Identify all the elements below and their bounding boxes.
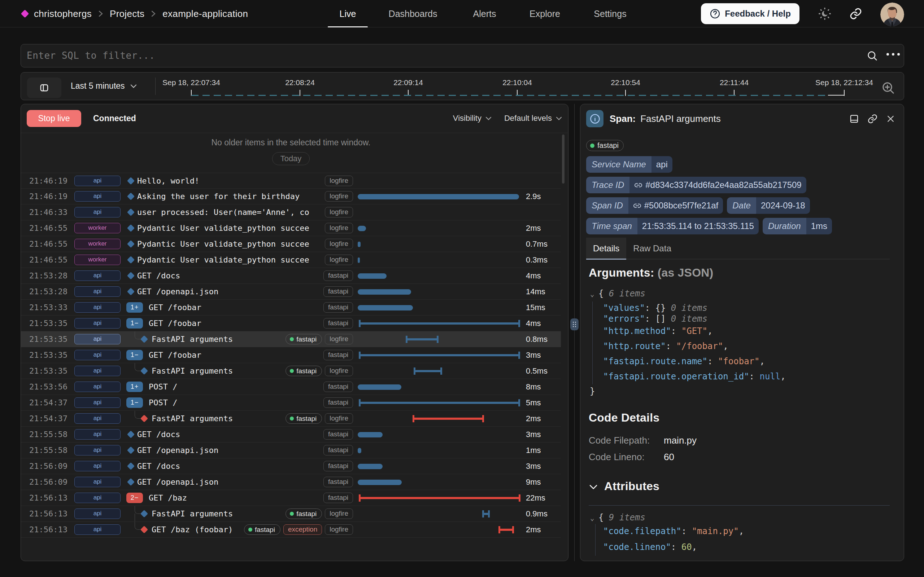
nav-tab-live[interactable]: Live xyxy=(328,0,368,27)
log-row[interactable]: 21:46:33apiuser processed: User(name='An… xyxy=(21,205,561,220)
avatar[interactable] xyxy=(880,3,904,26)
logfire-badge[interactable]: logfire xyxy=(325,366,353,376)
default-levels-menu[interactable]: Default levels xyxy=(504,114,562,123)
service-tag-api[interactable]: api xyxy=(74,477,121,487)
logfire-logo-icon[interactable] xyxy=(21,10,29,18)
span-tab-details[interactable]: Details xyxy=(586,238,626,259)
logfire-badge[interactable]: logfire xyxy=(325,334,353,344)
fastapi-badge[interactable]: fastapi xyxy=(323,445,353,456)
service-tag-api[interactable]: api xyxy=(74,413,121,424)
log-row[interactable]: 21:53:56api1+POST /fastapi8ms xyxy=(21,379,561,395)
fastapi-badge[interactable]: fastapi xyxy=(286,508,322,519)
service-tag-api[interactable]: api xyxy=(74,286,121,297)
nav-tab-explore[interactable]: Explore xyxy=(519,0,571,27)
search-icon[interactable] xyxy=(866,50,879,62)
service-tag-api[interactable]: api xyxy=(74,302,121,313)
log-row[interactable]: 21:53:28apiGET /docsfastapi4ms xyxy=(21,268,561,284)
children-count-chip[interactable]: 2− xyxy=(126,493,143,503)
logfire-badge[interactable]: logfire xyxy=(325,413,353,424)
service-tag-api[interactable]: api xyxy=(74,366,121,376)
fastapi-badge[interactable]: fastapi xyxy=(244,524,281,535)
logfire-badge[interactable]: logfire xyxy=(325,508,353,519)
service-tag-api[interactable]: api xyxy=(74,207,121,218)
children-count-chip[interactable]: 1− xyxy=(126,350,143,360)
log-row[interactable]: 21:56:13apiGET /baz (foobar)fastapiexcep… xyxy=(21,522,561,538)
fastapi-badge[interactable]: fastapi xyxy=(323,318,353,329)
fastapi-badge[interactable]: fastapi xyxy=(323,493,353,503)
fastapi-badge[interactable]: fastapi xyxy=(286,413,322,424)
span-tab-raw-data[interactable]: Raw Data xyxy=(626,238,678,259)
log-row[interactable]: 21:46:19apiAsking the user for their bir… xyxy=(21,189,561,205)
log-row[interactable]: 21:54:37apiFastAPI argumentsfastapilogfi… xyxy=(21,411,561,427)
log-row[interactable]: 21:53:33api1+GET /foobarfastapi15ms xyxy=(21,300,561,316)
service-tag-api[interactable]: api xyxy=(74,191,121,201)
service-tag-api[interactable]: api xyxy=(74,429,121,440)
logfire-badge[interactable]: logfire xyxy=(325,176,353,186)
service-tag-api[interactable]: api xyxy=(74,176,121,186)
logfire-badge[interactable]: logfire xyxy=(325,524,353,535)
fastapi-badge[interactable]: fastapi xyxy=(323,271,353,281)
sql-filter-input[interactable]: Enter SQL to filter... xyxy=(21,44,904,68)
log-row[interactable]: 21:46:55workerPydantic User validate_pyt… xyxy=(21,220,561,236)
dock-panel-icon[interactable] xyxy=(849,114,859,124)
fastapi-badge[interactable]: fastapi xyxy=(286,366,322,376)
log-row[interactable]: 21:54:37api1−POST /fastapi5ms xyxy=(21,395,561,411)
copy-link-icon[interactable] xyxy=(867,114,878,124)
fastapi-badge[interactable]: fastapi xyxy=(323,350,353,360)
log-row[interactable]: 21:53:35api1−GET /foobarfastapi3ms xyxy=(21,347,561,363)
logfire-badge[interactable]: logfire xyxy=(325,191,353,201)
attributes-heading[interactable]: Attributes xyxy=(589,480,659,493)
close-icon[interactable] xyxy=(886,114,895,123)
log-row[interactable]: 21:53:28apiGET /openapi.jsonfastapi14ms xyxy=(21,284,561,300)
time-range-select[interactable]: Last 5 minutes xyxy=(71,73,137,100)
theme-toggle-button[interactable] xyxy=(817,0,832,27)
visibility-menu[interactable]: Visibility xyxy=(453,114,492,123)
nav-tab-alerts[interactable]: Alerts xyxy=(462,0,507,27)
service-tag-worker[interactable]: worker xyxy=(74,223,121,233)
fastapi-badge[interactable]: fastapi xyxy=(323,397,353,408)
service-tag-pill[interactable]: fastapi xyxy=(586,140,624,151)
fastapi-badge[interactable]: fastapi xyxy=(323,286,353,297)
breadcrumb-projects[interactable]: Projects xyxy=(110,8,144,19)
service-tag-worker[interactable]: worker xyxy=(74,255,121,265)
service-tag-api[interactable]: api xyxy=(74,524,121,535)
service-tag-api[interactable]: api xyxy=(74,508,121,519)
log-row[interactable]: 21:56:13api2−GET /bazfastapi22ms xyxy=(21,490,561,506)
service-tag-api[interactable]: api xyxy=(74,334,121,344)
fastapi-badge[interactable]: fastapi xyxy=(323,429,353,440)
log-row[interactable]: 21:56:09apiGET /docsfastapi3ms xyxy=(21,458,561,474)
service-tag-api[interactable]: api xyxy=(74,397,121,408)
log-row[interactable]: 21:53:35apiFastAPI argumentsfastapilogfi… xyxy=(21,331,561,347)
logfire-badge[interactable]: logfire xyxy=(325,207,353,218)
exception-badge[interactable]: exception xyxy=(283,524,322,535)
breadcrumb-project[interactable]: example-application xyxy=(162,8,248,19)
log-row[interactable]: 21:56:09apiGET /openapi.jsonfastapi9ms xyxy=(21,474,561,490)
scrollbar-thumb[interactable] xyxy=(562,134,564,184)
logfire-badge[interactable]: logfire xyxy=(325,239,353,249)
meta-value[interactable]: #d834c3374dd6fa2e4aa82a55ab217509 xyxy=(630,177,806,193)
log-row[interactable]: 21:56:13apiFastAPI argumentsfastapilogfi… xyxy=(21,506,561,522)
meta-value[interactable]: #5008bce5f7fe21af xyxy=(628,197,723,214)
copy-link-button[interactable] xyxy=(849,0,862,27)
log-row[interactable]: 21:55:58apiGET /openapi.jsonfastapi1ms xyxy=(21,443,561,458)
fastapi-badge[interactable]: fastapi xyxy=(323,382,353,392)
log-row[interactable]: 21:53:35api1−GET /foobarfastapi4ms xyxy=(21,316,561,331)
children-count-chip[interactable]: 1+ xyxy=(126,382,143,392)
sidebar-toggle-button[interactable] xyxy=(27,77,61,98)
service-tag-api[interactable]: api xyxy=(74,493,121,503)
children-count-chip[interactable]: 1+ xyxy=(126,302,143,313)
log-row[interactable]: 21:46:55workerPydantic User validate_pyt… xyxy=(21,236,561,252)
service-tag-api[interactable]: api xyxy=(74,461,121,471)
nav-tab-dashboards[interactable]: Dashboards xyxy=(376,0,450,27)
log-row[interactable]: 21:53:35apiFastAPI argumentsfastapilogfi… xyxy=(21,363,561,379)
zoom-in-icon[interactable] xyxy=(881,81,895,95)
fastapi-badge[interactable]: fastapi xyxy=(323,461,353,471)
nav-tab-settings[interactable]: Settings xyxy=(581,0,639,27)
log-row[interactable]: 21:55:58apiGET /docsfastapi3ms xyxy=(21,427,561,443)
logfire-badge[interactable]: logfire xyxy=(325,223,353,233)
more-dots-icon[interactable] xyxy=(887,53,900,56)
logfire-badge[interactable]: logfire xyxy=(325,255,353,265)
fastapi-badge[interactable]: fastapi xyxy=(323,302,353,313)
breadcrumb-org[interactable]: christophergs xyxy=(34,8,92,19)
service-tag-api[interactable]: api xyxy=(74,271,121,281)
